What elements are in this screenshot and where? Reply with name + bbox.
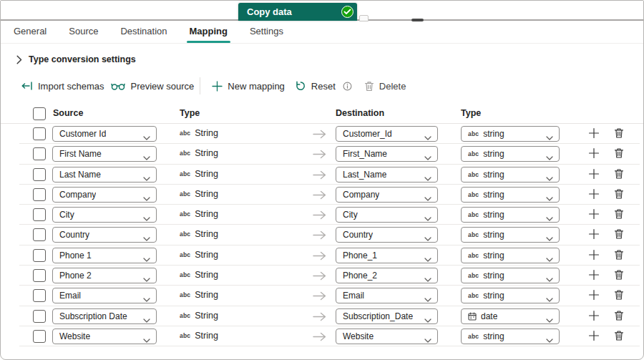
tab-settings[interactable]: Settings <box>248 21 285 43</box>
destination-field-dropdown[interactable]: Email <box>336 288 438 303</box>
add-mapping-row-button[interactable] <box>588 330 600 341</box>
source-field-dropdown[interactable]: Phone 1 <box>52 248 157 263</box>
trash-icon <box>364 81 374 92</box>
delete-mapping-row-button[interactable] <box>614 127 624 139</box>
delete-mapping-row-button[interactable] <box>614 310 624 321</box>
delete-mapping-row-button[interactable] <box>614 269 624 281</box>
row-checkbox[interactable] <box>33 330 46 343</box>
destination-type-dropdown[interactable]: abc string <box>461 207 560 223</box>
row-checkbox[interactable] <box>33 147 46 160</box>
destination-type-dropdown[interactable]: abc string <box>461 227 560 243</box>
destination-type-dropdown[interactable]: abc string <box>461 288 560 303</box>
source-field-dropdown[interactable]: Customer Id <box>52 126 157 142</box>
mapping-arrow-icon <box>313 291 326 301</box>
add-mapping-row-button[interactable] <box>588 310 600 321</box>
row-checkbox[interactable] <box>33 228 46 241</box>
delete-selected-button[interactable]: Delete <box>364 81 406 92</box>
mapping-table-body: Customer Id abc String Customer_Id abc s… <box>1 124 643 346</box>
source-field-dropdown[interactable]: Phone 2 <box>52 268 157 283</box>
activity-card-edge <box>359 15 369 21</box>
properties-tabbar: General Source Destination Mapping Setti… <box>1 21 643 44</box>
delete-mapping-row-button[interactable] <box>614 228 624 240</box>
chevron-down-icon <box>424 294 431 304</box>
delete-mapping-row-button[interactable] <box>614 330 624 341</box>
mapping-table-header: Source Type Destination Type <box>1 107 643 124</box>
destination-type-dropdown[interactable]: abc string <box>461 146 560 162</box>
destination-type-dropdown[interactable]: abc string <box>461 187 560 203</box>
destination-type-dropdown[interactable]: abc string <box>461 248 560 263</box>
row-checkbox[interactable] <box>33 208 46 221</box>
delete-mapping-row-button[interactable] <box>614 289 624 301</box>
add-mapping-row-button[interactable] <box>588 269 600 281</box>
source-type-value: String <box>195 270 218 280</box>
source-type-cell: abc String <box>180 128 218 138</box>
add-mapping-row-button[interactable] <box>588 228 600 240</box>
select-all-checkbox[interactable] <box>33 107 46 120</box>
destination-field-dropdown[interactable]: Subscription_Date <box>336 308 438 324</box>
row-checkbox[interactable] <box>33 188 46 201</box>
source-field-value: Country <box>59 230 89 240</box>
source-field-dropdown[interactable]: First Name <box>52 146 157 162</box>
mapping-table: Source Type Destination Type Customer Id… <box>1 107 643 346</box>
tab-source[interactable]: Source <box>67 21 99 43</box>
destination-field-dropdown[interactable]: Website <box>336 329 438 344</box>
add-mapping-row-button[interactable] <box>588 168 600 180</box>
destination-field-dropdown[interactable]: City <box>336 207 438 223</box>
destination-type-dropdown[interactable]: abc string <box>461 268 560 283</box>
add-mapping-row-button[interactable] <box>588 188 600 200</box>
source-field-dropdown[interactable]: City <box>52 207 157 223</box>
source-type-cell: abc String <box>180 169 218 179</box>
destination-type-dropdown[interactable]: abc string <box>461 126 560 142</box>
source-field-dropdown[interactable]: Last Name <box>52 167 157 183</box>
new-mapping-button[interactable]: New mapping <box>212 81 285 92</box>
destination-field-dropdown[interactable]: Company <box>336 187 438 203</box>
destination-field-dropdown[interactable]: Phone_1 <box>336 248 438 263</box>
delete-mapping-row-button[interactable] <box>614 168 624 180</box>
delete-mapping-row-button[interactable] <box>614 249 624 261</box>
add-mapping-row-button[interactable] <box>588 249 600 261</box>
row-checkbox[interactable] <box>33 127 46 140</box>
preview-source-button[interactable]: Preview source <box>111 81 194 92</box>
copy-data-activity-header[interactable]: Copy data <box>238 3 357 21</box>
source-field-dropdown[interactable]: Subscription Date <box>52 308 157 324</box>
destination-type-value: string <box>483 170 504 180</box>
tab-mapping[interactable]: Mapping <box>188 21 229 43</box>
destination-field-dropdown[interactable]: First_Name <box>336 146 438 162</box>
chevron-down-icon <box>546 152 553 162</box>
reset-button[interactable]: Reset <box>295 80 352 92</box>
delete-mapping-row-button[interactable] <box>614 208 624 220</box>
add-mapping-row-button[interactable] <box>588 127 600 139</box>
tab-destination[interactable]: Destination <box>119 21 168 43</box>
delete-mapping-row-button[interactable] <box>614 147 624 159</box>
row-checkbox[interactable] <box>33 249 46 262</box>
info-icon[interactable] <box>343 82 352 91</box>
tab-general[interactable]: General <box>12 21 48 43</box>
abc-type-icon: abc <box>180 150 190 157</box>
source-field-dropdown[interactable]: Website <box>52 329 157 344</box>
panel-resize-handle[interactable] <box>411 19 424 21</box>
type-conversion-settings-toggle[interactable]: Type conversion settings <box>16 54 643 64</box>
destination-type-dropdown[interactable]: abc string <box>461 167 560 183</box>
destination-type-dropdown[interactable]: abc string <box>461 329 560 344</box>
delete-mapping-row-button[interactable] <box>614 188 624 200</box>
abc-type-icon: abc <box>180 210 190 218</box>
source-field-dropdown[interactable]: Country <box>52 227 157 243</box>
add-mapping-row-button[interactable] <box>588 147 600 159</box>
destination-type-dropdown[interactable]: abc date <box>461 308 560 324</box>
source-field-dropdown[interactable]: Email <box>52 288 157 303</box>
chevron-down-icon <box>424 233 431 243</box>
source-field-dropdown[interactable]: Company <box>52 187 157 203</box>
add-mapping-row-button[interactable] <box>588 208 600 220</box>
row-checkbox[interactable] <box>33 310 46 323</box>
source-type-cell: abc String <box>180 209 218 219</box>
destination-field-dropdown[interactable]: Phone_2 <box>336 268 438 283</box>
row-checkbox[interactable] <box>33 269 46 282</box>
chevron-down-icon <box>546 132 553 142</box>
destination-field-dropdown[interactable]: Country <box>336 227 438 243</box>
row-checkbox[interactable] <box>33 289 46 302</box>
destination-field-dropdown[interactable]: Last_Name <box>336 167 438 183</box>
destination-field-dropdown[interactable]: Customer_Id <box>336 126 438 142</box>
import-schemas-button[interactable]: Import schemas <box>21 81 104 92</box>
row-checkbox[interactable] <box>33 168 46 181</box>
add-mapping-row-button[interactable] <box>588 289 600 301</box>
